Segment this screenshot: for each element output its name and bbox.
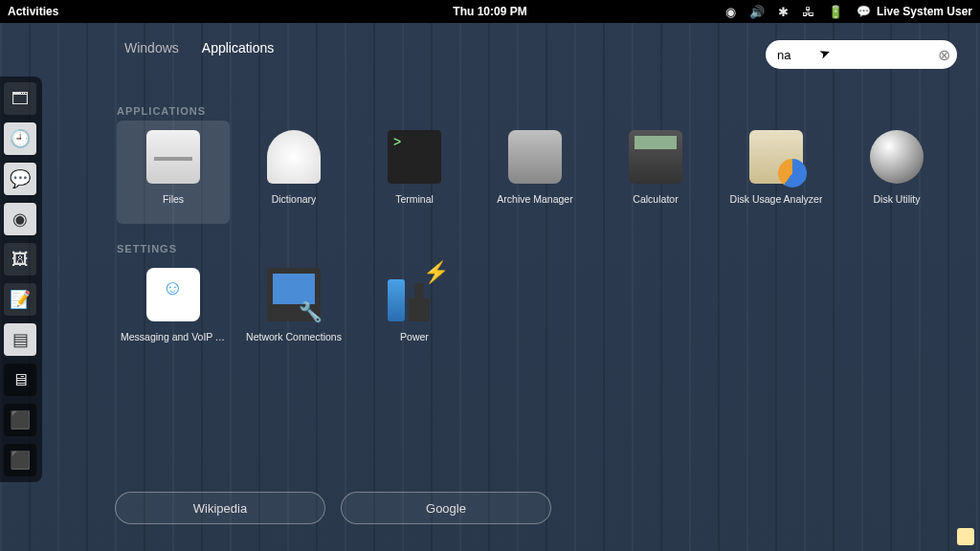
messaging-voip-icon bbox=[146, 268, 200, 321]
dash-item[interactable]: 📝 bbox=[4, 283, 36, 316]
terminal-icon bbox=[388, 130, 441, 184]
bluetooth-icon[interactable]: ✱ bbox=[778, 5, 789, 19]
chat-status-icon: 💬 bbox=[857, 5, 871, 18]
app-dictionary[interactable]: Dictionary bbox=[237, 121, 350, 224]
clock[interactable]: Thu 10:09 PM bbox=[453, 5, 526, 18]
app-disk-usage-analyzer[interactable]: Disk Usage Analyzer bbox=[720, 121, 833, 224]
settings-power[interactable]: ⚡ Power bbox=[358, 258, 471, 362]
app-label: Dictionary bbox=[272, 193, 317, 205]
app-archive-manager[interactable]: Archive Manager bbox=[479, 121, 591, 224]
app-files[interactable]: Files bbox=[117, 121, 230, 224]
tab-windows[interactable]: Windows bbox=[124, 40, 179, 55]
network-icon[interactable]: 🖧 bbox=[802, 5, 814, 19]
dash-item[interactable]: 🕘 bbox=[4, 122, 36, 155]
top-panel: Activities Thu 10:09 PM ◉ 🔊 ✱ 🖧 🔋 💬 Live… bbox=[0, 0, 980, 23]
activities-overview: 🗔 🕘 💬 ◉ 🖼 📝 ▤ 🖥 ⬛ ⬛ Windows Applications… bbox=[0, 23, 980, 551]
app-label: Messaging and VoIP A… bbox=[121, 331, 226, 342]
disk-usage-analyzer-icon bbox=[749, 130, 803, 184]
settings-messaging-voip[interactable]: Messaging and VoIP A… bbox=[117, 258, 230, 362]
message-tray-icon[interactable] bbox=[957, 528, 974, 545]
app-terminal[interactable]: Terminal bbox=[358, 121, 471, 224]
dash-item[interactable]: ▤ bbox=[4, 323, 36, 356]
activities-button[interactable]: Activities bbox=[8, 5, 58, 18]
search-box[interactable]: ➤ ⊗ bbox=[766, 40, 957, 69]
search-input[interactable] bbox=[777, 48, 938, 62]
battery-icon[interactable]: 🔋 bbox=[828, 5, 843, 19]
app-label: Calculator bbox=[633, 193, 678, 205]
app-disk-utility[interactable]: Disk Utility bbox=[840, 121, 953, 224]
disk-utility-icon bbox=[870, 130, 924, 184]
dictionary-icon bbox=[267, 130, 321, 184]
app-label: Files bbox=[163, 193, 184, 205]
dash-item[interactable]: ⬛ bbox=[4, 444, 36, 476]
files-icon bbox=[146, 130, 200, 184]
settings-grid: Messaging and VoIP A… Network Connection… bbox=[117, 258, 957, 362]
overview-tabs: Windows Applications bbox=[124, 40, 274, 55]
calculator-icon bbox=[629, 130, 682, 184]
user-label: Live System User bbox=[877, 5, 972, 18]
search-provider-google[interactable]: Google bbox=[341, 492, 551, 524]
user-menu[interactable]: 💬 Live System User bbox=[857, 5, 972, 18]
applications-grid: Files Dictionary Terminal Archive Manage… bbox=[117, 121, 957, 224]
settings-network-connections[interactable]: Network Connections bbox=[237, 258, 350, 362]
app-label: Disk Utility bbox=[874, 193, 921, 205]
app-calculator[interactable]: Calculator bbox=[599, 121, 712, 224]
dash-item[interactable]: 🗔 bbox=[4, 82, 36, 115]
search-provider-wikipedia[interactable]: Wikipedia bbox=[115, 492, 325, 524]
network-connections-icon bbox=[267, 268, 321, 321]
volume-icon[interactable]: 🔊 bbox=[749, 5, 765, 19]
search-providers: Wikipedia Google bbox=[115, 492, 551, 524]
section-label-settings: SETTINGS bbox=[117, 243, 177, 254]
power-icon: ⚡ bbox=[388, 268, 441, 321]
app-label: Terminal bbox=[395, 193, 434, 205]
archive-manager-icon bbox=[508, 130, 562, 184]
dash-item[interactable]: ◉ bbox=[4, 203, 36, 235]
dash-item[interactable]: 💬 bbox=[4, 163, 36, 195]
section-label-applications: APPLICATIONS bbox=[117, 105, 206, 117]
app-label: Archive Manager bbox=[497, 193, 572, 205]
dash: 🗔 🕘 💬 ◉ 🖼 📝 ▤ 🖥 ⬛ ⬛ bbox=[0, 77, 42, 482]
tab-applications[interactable]: Applications bbox=[202, 40, 275, 55]
accessibility-icon[interactable]: ◉ bbox=[725, 5, 736, 19]
dash-item[interactable]: 🖥 bbox=[4, 364, 36, 396]
app-label: Network Connections bbox=[246, 331, 342, 342]
clear-search-icon[interactable]: ⊗ bbox=[938, 46, 950, 64]
app-label: Power bbox=[400, 331, 429, 342]
app-label: Disk Usage Analyzer bbox=[730, 193, 823, 205]
dash-item[interactable]: 🖼 bbox=[4, 243, 36, 276]
dash-item[interactable]: ⬛ bbox=[4, 404, 36, 436]
